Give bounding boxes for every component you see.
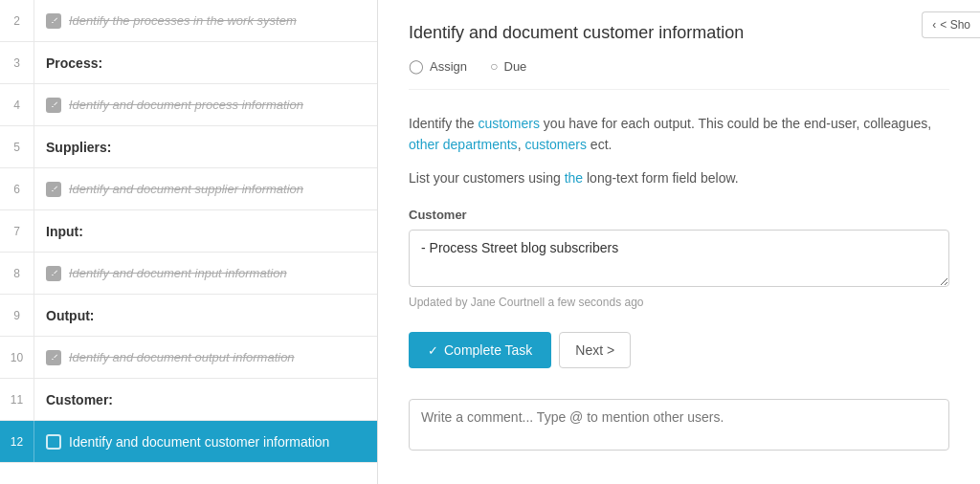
row-num-8: 8 [0, 253, 34, 294]
checkbox-12 [46, 434, 61, 450]
sidebar-item-8[interactable]: 8 Identify and document input informatio… [0, 253, 377, 295]
checkbox-8 [46, 266, 61, 281]
description-line1: Identify the customers you have for each… [409, 113, 949, 156]
main-panel: ‹ < Sho Identify and document customer i… [378, 0, 980, 484]
row-num-5: 5 [0, 126, 34, 167]
meta-row: ◯ Assign ○ Due [409, 58, 949, 90]
person-icon: ◯ [409, 58, 424, 74]
sidebar: 2 Identify the processes in the work sys… [0, 0, 378, 484]
row-num-11: 11 [0, 379, 34, 420]
description-line2: List your customers using the long-text … [409, 167, 949, 188]
comment-section [409, 399, 949, 453]
sidebar-section-customer: 11 Customer: [0, 379, 377, 421]
customer-form-label: Customer [409, 208, 949, 222]
sidebar-item-6[interactable]: 6 Identify and document supplier informa… [0, 168, 377, 210]
comment-input[interactable] [409, 399, 949, 451]
action-row: ✓ Complete Task Next > [409, 332, 949, 368]
sidebar-item-2[interactable]: 2 Identify the processes in the work sys… [0, 0, 377, 42]
sidebar-section-output: 9 Output: [0, 295, 377, 337]
updated-by-text: Updated by Jane Courtnell a few seconds … [409, 296, 949, 309]
checkbox-10 [46, 350, 61, 365]
row-num-12: 12 [0, 421, 34, 462]
checkmark-icon: ✓ [428, 343, 438, 358]
customer-form-section: Customer - Process Street blog subscribe… [409, 208, 949, 309]
show-sidebar-button[interactable]: ‹ < Sho [922, 11, 980, 38]
sidebar-item-4[interactable]: 4 Identify and document process informat… [0, 84, 377, 126]
clock-icon: ○ [490, 58, 498, 74]
row-num-3: 3 [0, 42, 34, 83]
sidebar-section-suppliers: 5 Suppliers: [0, 126, 377, 168]
checkbox-4 [46, 98, 61, 113]
next-button[interactable]: Next > [559, 332, 631, 368]
sidebar-section-input: 7 Input: [0, 210, 377, 253]
row-num-9: 9 [0, 295, 34, 336]
chevron-left-icon: ‹ [932, 18, 936, 32]
sidebar-item-10[interactable]: 10 Identify and document output informat… [0, 337, 377, 379]
due-button[interactable]: ○ Due [490, 58, 526, 74]
checkbox-2 [46, 13, 61, 29]
assign-button[interactable]: ◯ Assign [409, 58, 467, 74]
sidebar-section-process: 3 Process: [0, 42, 377, 84]
sidebar-item-12-active[interactable]: 12 Identify and document customer inform… [0, 421, 377, 463]
page-title: Identify and document customer informati… [409, 23, 949, 43]
row-num-10: 10 [0, 337, 34, 378]
customer-textarea[interactable]: - Process Street blog subscribers [409, 230, 949, 287]
row-num-7: 7 [0, 210, 34, 252]
checkbox-6 [46, 182, 61, 197]
row-num-4: 4 [0, 84, 34, 125]
row-num-6: 6 [0, 168, 34, 209]
row-num-2: 2 [0, 0, 34, 41]
complete-task-button[interactable]: ✓ Complete Task [409, 332, 551, 368]
